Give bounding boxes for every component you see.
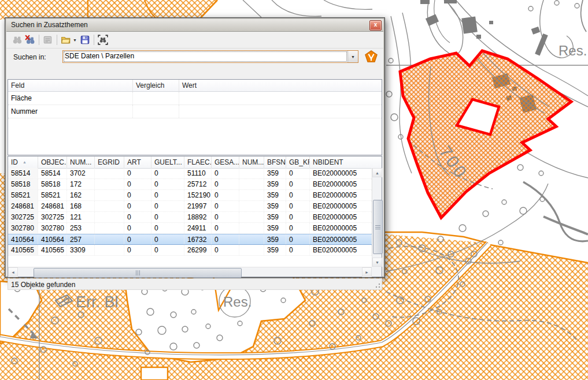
result-cell: 0 [212, 201, 239, 211]
form-icon [43, 35, 53, 45]
chevron-down-icon: ▼ [351, 55, 355, 59]
combobox-value: SDE Daten \ Parzellen [63, 51, 347, 62]
result-cell: 0 [124, 223, 151, 233]
result-cell: 51110 [184, 168, 212, 178]
resize-grip-icon[interactable] [374, 282, 381, 289]
theme-layer-icon [365, 50, 378, 63]
horizontal-scrollbar[interactable]: ◄ ► [8, 267, 372, 277]
result-cell: 0 [151, 212, 184, 222]
result-cell [239, 179, 264, 189]
dialog-body: ▼ Suchen in: [6, 32, 383, 276]
result-row[interactable]: 5851858518172002571203590BE020000005 [8, 179, 372, 190]
combobox-dropdown-button[interactable]: ▼ [347, 51, 358, 62]
result-cell: 0 [286, 179, 310, 189]
result-cell: 0 [212, 245, 239, 255]
result-cell: 168 [67, 201, 95, 211]
result-cell: 21997 [184, 201, 212, 211]
result-cell: 0 [286, 212, 310, 222]
open-query-button[interactable] [60, 33, 72, 46]
save-query-button[interactable] [79, 33, 91, 46]
result-cell [239, 223, 264, 233]
search-in-combobox[interactable]: SDE Daten \ Parzellen ▼ [62, 50, 358, 63]
result-cell: 25712 [184, 179, 212, 189]
results-column-header[interactable]: ART [124, 157, 151, 168]
result-cell [95, 190, 124, 200]
result-cell: 0 [212, 223, 239, 233]
result-cell: 359 [264, 223, 286, 233]
scroll-right-button[interactable]: ► [362, 267, 372, 277]
result-form-button[interactable] [42, 33, 54, 46]
results-column-header[interactable]: GUELT... [151, 157, 184, 168]
result-cell: 0 [151, 234, 184, 244]
results-header: ID▲OBJEC...NUM...EGRIDARTGUELT...FLAEC..… [8, 157, 382, 169]
cancel-find-button[interactable] [24, 33, 36, 46]
results-column-header[interactable]: GESA... [212, 157, 239, 168]
result-cell: 359 [264, 201, 286, 211]
open-query-dropdown-arrow[interactable]: ▼ [73, 38, 77, 42]
result-cell: 3702 [67, 168, 95, 178]
open-folder-icon [61, 35, 71, 45]
vertical-scrollbar[interactable]: ▲ ▼ [372, 168, 382, 267]
sort-ascending-icon: ▲ [23, 160, 27, 164]
result-cell: 0 [124, 179, 151, 189]
result-cell: 162 [67, 190, 95, 200]
result-cell: 58521 [38, 190, 67, 200]
result-row-selected[interactable]: 410564410564257001673203590BE020000005 [8, 234, 372, 245]
result-row[interactable]: 4105654105653309002629903590BE020000005 [8, 245, 372, 256]
result-cell: 0 [124, 190, 151, 200]
result-cell: 0 [286, 223, 310, 233]
results-column-header[interactable]: GB_KR... [286, 157, 310, 168]
result-row[interactable]: 302780302780253002491103590BE020000005 [8, 223, 372, 234]
results-column-header[interactable]: NBIDENT [310, 157, 382, 168]
search-dialog: Suchen in Zusatzthemen x [5, 17, 385, 278]
scroll-left-button[interactable]: ◄ [8, 267, 18, 277]
results-column-header[interactable]: EGRID [95, 157, 124, 168]
result-cell: 248681 [8, 201, 38, 211]
criteria-row[interactable]: Nummer [8, 105, 382, 118]
find-button[interactable] [11, 33, 24, 46]
results-column-header[interactable]: BFSNR [264, 157, 286, 168]
result-cell: 359 [264, 212, 286, 222]
column-header-vergleich[interactable]: Vergleich [133, 80, 179, 91]
results-column-header[interactable]: NUM... [239, 157, 264, 168]
search-in-label: Suchen in: [13, 53, 46, 61]
result-cell [95, 234, 124, 244]
criteria-cell [133, 92, 179, 105]
results-column-header[interactable]: NUM... [67, 157, 95, 168]
result-cell: 0 [286, 190, 310, 200]
result-cell: 410564 [8, 234, 38, 244]
result-cell: 0 [212, 168, 239, 178]
result-cell [95, 168, 124, 178]
result-cell: BE020000005 [310, 190, 372, 200]
criteria-cell [179, 105, 382, 118]
criteria-row[interactable]: Fläche [8, 92, 382, 105]
result-cell: 0 [151, 179, 184, 189]
horizontal-scrollbar-thumb[interactable] [34, 268, 242, 278]
result-row[interactable]: 248681248681168002199703590BE020000005 [8, 201, 372, 212]
scroll-up-button[interactable]: ▲ [372, 168, 382, 177]
close-button[interactable]: x [369, 20, 382, 31]
dialog-titlebar[interactable]: Suchen in Zusatzthemen x [6, 19, 383, 32]
result-cell: BE020000005 [310, 234, 372, 244]
column-header-feld[interactable]: Feld [8, 80, 133, 91]
result-cell: BE020000005 [310, 179, 372, 189]
result-row[interactable]: 58521585211620015219003590BE020000005 [8, 190, 372, 201]
column-header-wert[interactable]: Wert [179, 80, 382, 91]
result-row[interactable]: 302725302725121001889203590BE020000005 [8, 212, 372, 223]
results-column-header[interactable]: OBJEC... [38, 157, 67, 168]
result-cell: 24911 [184, 223, 212, 233]
result-cell: BE020000005 [310, 223, 372, 233]
status-text: 15 Objekte gefunden [8, 279, 382, 289]
result-row[interactable]: 58514585143702005111003590BE020000005 [8, 168, 372, 179]
results-grid: ID▲OBJEC...NUM...EGRIDARTGUELT...FLAEC..… [8, 156, 382, 277]
result-cell: 410565 [8, 245, 38, 255]
vertical-scrollbar-thumb[interactable] [373, 200, 383, 254]
results-column-header[interactable]: ID▲ [8, 157, 38, 168]
theme-button[interactable] [364, 49, 379, 64]
result-cell: BE020000005 [310, 201, 372, 211]
scroll-down-button[interactable]: ▼ [372, 258, 382, 267]
result-cell [95, 179, 124, 189]
zoom-to-result-button[interactable] [97, 33, 109, 46]
results-column-header[interactable]: FLAEC... [184, 157, 212, 168]
result-cell: 0 [212, 212, 239, 222]
